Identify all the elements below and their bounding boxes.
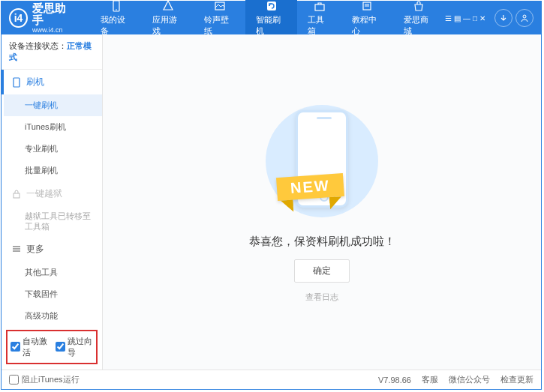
store-icon [412,0,425,13]
success-message: 恭喜您，保资料刷机成功啦！ [249,235,395,249]
sidebar-head-more[interactable]: 更多 [4,237,102,262]
sidebar-item-advanced[interactable]: 高级功能 [4,305,102,327]
phone-small-icon [11,77,22,88]
sidebar-item-itunes[interactable]: iTunes刷机 [4,116,102,138]
svg-rect-3 [267,1,276,10]
checkbox-block-itunes[interactable]: 阻止iTunes运行 [9,374,80,385]
wechat-link[interactable]: 微信公众号 [449,374,490,385]
svg-rect-10 [14,193,20,198]
user-button[interactable] [515,9,533,27]
jailbreak-note: 越狱工具已转移至工具箱 [4,206,102,237]
success-illustration: NEW [254,101,389,221]
apps-icon [161,0,175,13]
options-highlighted: 自动激活 跳过向导 [6,330,98,364]
download-button[interactable] [494,9,512,27]
svg-point-1 [116,9,117,10]
sidebar-head-flash[interactable]: 刷机 [2,70,102,94]
sidebar-head-jailbreak: 一键越狱 [4,181,102,206]
footer: 阻止iTunes运行 V7.98.66 客服 微信公众号 检查更新 [2,370,541,389]
sidebar-item-oneclick[interactable]: 一键刷机 [4,94,102,116]
wallpaper-icon [213,0,227,13]
sidebar-item-firmware[interactable]: 下载固件 [4,283,102,305]
lock-icon[interactable]: ▤ [454,14,461,22]
book-icon [360,0,374,13]
svg-rect-9 [14,78,20,87]
sidebar-item-other[interactable]: 其他工具 [4,262,102,283]
flash-icon [265,0,278,13]
new-ribbon: NEW [276,173,344,201]
close-icon[interactable]: ✕ [479,14,485,22]
menu-icon[interactable]: ☰ [445,14,452,22]
service-link[interactable]: 客服 [422,374,438,385]
lock-small-icon [11,189,22,199]
sidebar-item-batch[interactable]: 批量刷机 [4,160,102,181]
app-title: 爱思助手 [32,2,75,27]
version-label: V7.98.66 [378,376,411,385]
toolbox-icon [313,0,326,13]
titlebar: i4 爱思助手 www.i4.cn 我的设备 应用游戏 铃声壁纸 智能刷机 工具… [2,1,541,34]
confirm-button[interactable]: 确定 [294,259,350,283]
device-status: 设备连接状态：正常模式 [2,34,102,70]
app-logo-icon: i4 [9,8,28,28]
sidebar: 设备连接状态：正常模式 刷机 一键刷机 iTunes刷机 专业刷机 批量刷机 一… [2,34,103,370]
phone-icon [110,0,123,13]
update-link[interactable]: 检查更新 [500,374,533,385]
svg-point-8 [523,15,526,18]
app-url: www.i4.cn [32,27,75,34]
minimize-icon[interactable]: — [463,14,470,22]
maximize-icon[interactable]: □ [473,14,477,22]
checkbox-skip-guide[interactable]: 跳过向导 [56,336,93,358]
sidebar-item-pro[interactable]: 专业刷机 [4,138,102,160]
window-controls-small: ☰ ▤ — □ ✕ [445,14,485,22]
svg-rect-4 [315,4,324,10]
main-content: NEW 恭喜您，保资料刷机成功啦！ 确定 查看日志 [103,34,541,370]
more-icon [11,244,22,254]
logo: i4 爱思助手 www.i4.cn [9,2,75,34]
view-log-link[interactable]: 查看日志 [305,292,338,303]
checkbox-auto-activate[interactable]: 自动激活 [11,336,48,358]
